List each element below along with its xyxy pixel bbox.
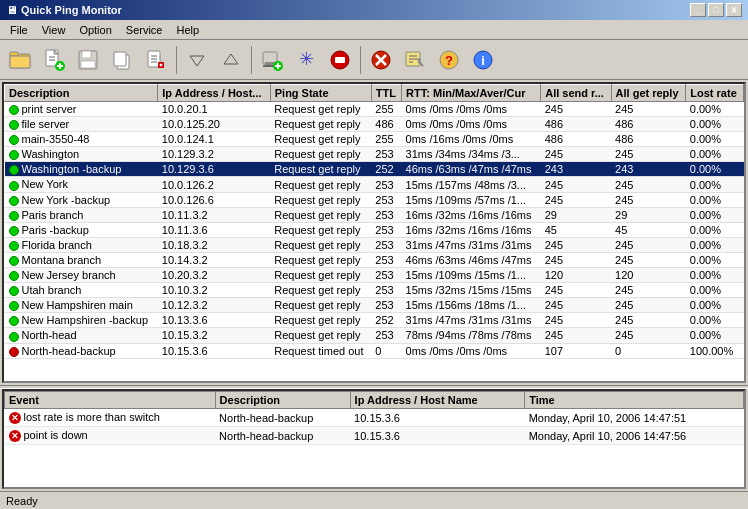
cell-description: North-head xyxy=(5,328,158,343)
status-dot xyxy=(9,226,19,236)
col-send[interactable]: All send r... xyxy=(541,85,611,102)
menu-option[interactable]: Option xyxy=(73,23,117,37)
cell-lost: 0.00% xyxy=(686,268,744,283)
table-row[interactable]: New Jersey branch 10.20.3.2 Request get … xyxy=(5,268,744,283)
cell-ip: 10.14.3.2 xyxy=(158,252,270,267)
status-dot xyxy=(9,347,19,357)
cell-reply: 245 xyxy=(611,298,686,313)
col-lost[interactable]: Lost rate xyxy=(686,85,744,102)
delete-icon xyxy=(144,48,168,72)
minimize-button[interactable]: _ xyxy=(690,3,706,17)
table-row[interactable]: Florida branch 10.18.3.2 Request get rep… xyxy=(5,237,744,252)
red-x-icon xyxy=(369,48,393,72)
svg-rect-12 xyxy=(81,61,95,68)
info-button[interactable]: i xyxy=(467,44,499,76)
table-row[interactable]: Montana branch 10.14.3.2 Request get rep… xyxy=(5,252,744,267)
cell-lost: 0.00% xyxy=(686,313,744,328)
edit-button[interactable] xyxy=(399,44,431,76)
table-row[interactable]: North-head-backup 10.15.3.6 Request time… xyxy=(5,343,744,358)
statusbar: Ready xyxy=(0,491,748,509)
close-button[interactable]: X xyxy=(726,3,742,17)
evt-col-desc[interactable]: Description xyxy=(215,392,350,409)
cell-send: 245 xyxy=(541,313,611,328)
cell-lost: 0.00% xyxy=(686,328,744,343)
asterisk-icon: ✳ xyxy=(294,48,318,72)
down-button[interactable] xyxy=(181,44,213,76)
cell-rtt: 31ms /34ms /34ms /3... xyxy=(402,147,541,162)
col-ttl[interactable]: TTL xyxy=(371,85,401,102)
new-button[interactable] xyxy=(38,44,70,76)
stop-button[interactable] xyxy=(324,44,356,76)
evt-cell-time: Monday, April 10, 2006 14:47:51 xyxy=(525,409,744,427)
menu-service[interactable]: Service xyxy=(120,23,169,37)
cell-rtt: 0ms /0ms /0ms /0ms xyxy=(402,117,541,132)
table-row[interactable]: North-head 10.15.3.2 Request get reply 2… xyxy=(5,328,744,343)
table-row[interactable]: Washington -backup 10.129.3.6 Request ge… xyxy=(5,162,744,177)
copy-button[interactable] xyxy=(106,44,138,76)
cell-send: 245 xyxy=(541,298,611,313)
table-row[interactable]: New York 10.0.126.2 Request get reply 25… xyxy=(5,177,744,192)
cell-lost: 0.00% xyxy=(686,162,744,177)
evt-col-event[interactable]: Event xyxy=(5,392,216,409)
stop-icon xyxy=(328,48,352,72)
table-row[interactable]: Paris branch 10.11.3.2 Request get reply… xyxy=(5,207,744,222)
col-description[interactable]: Description xyxy=(5,85,158,102)
cell-rtt: 46ms /63ms /47ms /47ms xyxy=(402,162,541,177)
open-folder-button[interactable] xyxy=(4,44,36,76)
save-button[interactable] xyxy=(72,44,104,76)
titlebar: 🖥 Quick Ping Monitor _ □ X xyxy=(0,0,748,20)
table-row[interactable]: print server 10.0.20.1 Request get reply… xyxy=(5,102,744,117)
events-table-container[interactable]: Event Description Ip Address / Host Name… xyxy=(2,389,746,489)
events-row[interactable]: ✕lost rate is more than switch North-hea… xyxy=(5,409,744,427)
ping-table-container[interactable]: Description Ip Address / Host... Ping St… xyxy=(2,82,746,383)
table-row[interactable]: Washington 10.129.3.2 Request get reply … xyxy=(5,147,744,162)
status-dot xyxy=(9,105,19,115)
evt-col-time[interactable]: Time xyxy=(525,392,744,409)
col-reply[interactable]: All get reply xyxy=(611,85,686,102)
events-row[interactable]: ✕point is down North-head-backup 10.15.3… xyxy=(5,427,744,445)
col-rtt[interactable]: RTT: Min/Max/Aver/Cur xyxy=(402,85,541,102)
maximize-button[interactable]: □ xyxy=(708,3,724,17)
evt-col-ip[interactable]: Ip Address / Host Name xyxy=(350,392,525,409)
cell-ttl: 253 xyxy=(371,328,401,343)
cell-state: Request get reply xyxy=(270,222,371,237)
status-dot xyxy=(9,301,19,311)
asterisk-button[interactable]: ✳ xyxy=(290,44,322,76)
table-row[interactable]: New York -backup 10.0.126.6 Request get … xyxy=(5,192,744,207)
col-state[interactable]: Ping State xyxy=(270,85,371,102)
delete-button[interactable] xyxy=(140,44,172,76)
add-host-button[interactable] xyxy=(256,44,288,76)
up-button[interactable] xyxy=(215,44,247,76)
cell-send: 120 xyxy=(541,268,611,283)
menu-file[interactable]: File xyxy=(4,23,34,37)
window-controls[interactable]: _ □ X xyxy=(690,3,742,17)
cell-lost: 0.00% xyxy=(686,207,744,222)
menu-view[interactable]: View xyxy=(36,23,72,37)
table-row[interactable]: file server 10.0.125.20 Request get repl… xyxy=(5,117,744,132)
cell-reply: 245 xyxy=(611,147,686,162)
cell-lost: 0.00% xyxy=(686,252,744,267)
table-row[interactable]: Paris -backup 10.11.3.6 Request get repl… xyxy=(5,222,744,237)
cell-ip: 10.13.3.6 xyxy=(158,313,270,328)
cell-reply: 45 xyxy=(611,222,686,237)
menu-help[interactable]: Help xyxy=(171,23,206,37)
red-x-button[interactable] xyxy=(365,44,397,76)
table-row[interactable]: Utah branch 10.10.3.2 Request get reply … xyxy=(5,283,744,298)
cell-description: main-3550-48 xyxy=(5,132,158,147)
help-button[interactable]: ? xyxy=(433,44,465,76)
table-row[interactable]: New Hampshiren main 10.12.3.2 Request ge… xyxy=(5,298,744,313)
table-row[interactable]: main-3550-48 10.0.124.1 Request get repl… xyxy=(5,132,744,147)
cell-reply: 245 xyxy=(611,177,686,192)
help-icon: ? xyxy=(437,48,461,72)
status-dot xyxy=(9,286,19,296)
cell-ip: 10.0.126.2 xyxy=(158,177,270,192)
col-ip[interactable]: Ip Address / Host... xyxy=(158,85,270,102)
cell-description: New Hampshiren main xyxy=(5,298,158,313)
cell-state: Request get reply xyxy=(270,252,371,267)
cell-description: Utah branch xyxy=(5,283,158,298)
main-content: Description Ip Address / Host... Ping St… xyxy=(0,80,748,491)
cell-ttl: 253 xyxy=(371,192,401,207)
status-dot xyxy=(9,211,19,221)
table-row[interactable]: New Hampshiren -backup 10.13.3.6 Request… xyxy=(5,313,744,328)
cell-reply: 245 xyxy=(611,313,686,328)
